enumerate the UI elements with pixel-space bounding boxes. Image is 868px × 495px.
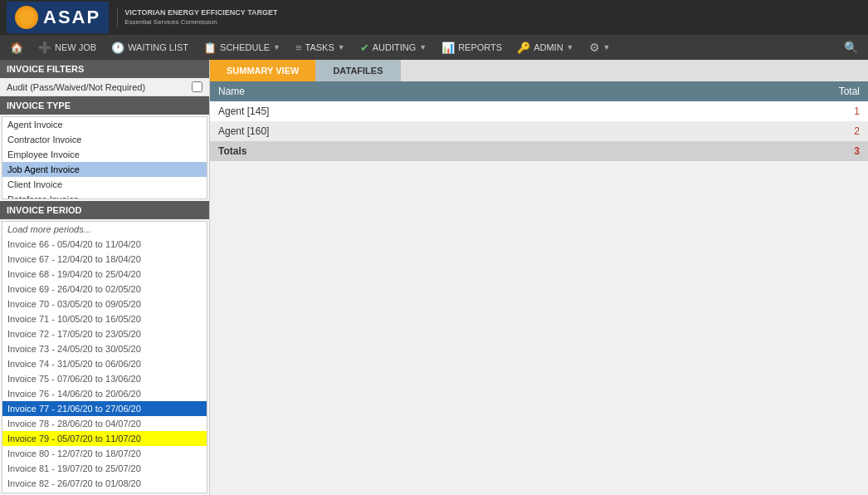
summary-table: Name Total Agent [145]1Agent [160]2Total… [210, 81, 868, 161]
data-table: Name Total Agent [145]1Agent [160]2Total… [210, 81, 868, 495]
schedule-icon: 📋 [203, 42, 217, 54]
invoice-type-item-dataforce[interactable]: Dataforce Invoice [2, 192, 207, 199]
nav-schedule[interactable]: 📋 SCHEDULE ▼ [197, 37, 287, 58]
period-item-inv83[interactable]: Invoice 83 - 02/08/20 to 08/08/20 [2, 491, 207, 493]
invoice-period-header: INVOICE PERIOD [0, 201, 209, 219]
table-row: Agent [160]2 [210, 121, 868, 141]
admin-icon: 🔑 [517, 42, 530, 54]
invoice-type-item-job-agent[interactable]: Job Agent Invoice [2, 162, 207, 177]
nav-auditing[interactable]: ✔ AUDITING ▼ [354, 37, 433, 58]
home-icon: 🏠 [10, 42, 23, 54]
invoice-type-item-client[interactable]: Client Invoice [2, 177, 207, 192]
auditing-icon: ✔ [360, 42, 369, 54]
nav-new-job[interactable]: ➕ NEW JOB [32, 37, 103, 58]
nav-tasks[interactable]: ≡ TASKS ▼ [289, 37, 352, 58]
period-item-inv80[interactable]: Invoice 80 - 12/07/20 to 18/07/20 [2, 446, 207, 461]
table-row: Totals3 [210, 141, 868, 161]
col-name-header: Name [210, 81, 632, 101]
period-item-inv70[interactable]: Invoice 70 - 03/05/20 to 09/05/20 [2, 297, 207, 311]
logo-area: ASAP [7, 2, 109, 33]
audit-filter-label: Audit (Pass/Waived/Not Required) [7, 82, 188, 92]
veet-logo: VICTORIAN ENERGY EFFICIENCY TARGET Essen… [117, 8, 277, 27]
admin-dropdown-arrow: ▼ [567, 43, 574, 51]
period-item-inv72[interactable]: Invoice 72 - 17/05/20 to 23/05/20 [2, 326, 207, 341]
row-total: 3 [632, 141, 868, 161]
invoice-filters-header: INVOICE FILTERS [0, 60, 209, 78]
nav-auditing-label: AUDITING [373, 42, 417, 52]
period-item-inv79[interactable]: Invoice 79 - 05/07/20 to 11/07/20 [2, 431, 207, 446]
asap-logo-icon [15, 6, 38, 29]
period-item-inv76[interactable]: Invoice 76 - 14/06/20 to 20/06/20 [2, 386, 207, 401]
tab-divider [401, 60, 869, 81]
period-item-inv67[interactable]: Invoice 67 - 12/04/20 to 18/04/20 [2, 252, 207, 267]
nav-admin[interactable]: 🔑 ADMIN ▼ [510, 37, 580, 58]
period-item-inv74[interactable]: Invoice 74 - 31/05/20 to 06/06/20 [2, 356, 207, 371]
tasks-icon: ≡ [295, 42, 302, 54]
period-item-inv75[interactable]: Invoice 75 - 07/06/20 to 13/06/20 [2, 371, 207, 386]
invoice-period-section: Load more periods...Invoice 66 - 05/04/2… [0, 219, 209, 495]
invoice-type-item-employee[interactable]: Employee Invoice [2, 147, 207, 162]
gear-icon: ⚙ [589, 41, 600, 54]
tab-datafiles[interactable]: DATAFILES [316, 60, 400, 81]
main-layout: INVOICE FILTERS Audit (Pass/Waived/Not R… [0, 60, 868, 495]
nav-tasks-label: TASKS [305, 42, 334, 52]
reports-icon: 📊 [441, 42, 455, 54]
audit-filter-checkbox[interactable] [192, 81, 202, 92]
period-item-inv69[interactable]: Invoice 69 - 26/04/20 to 02/05/20 [2, 282, 207, 297]
auditing-dropdown-arrow: ▼ [419, 43, 427, 51]
row-total: 1 [632, 101, 868, 121]
table-row: Agent [145]1 [210, 101, 868, 121]
schedule-dropdown-arrow: ▼ [273, 43, 280, 51]
period-item-load-more[interactable]: Load more periods... [2, 222, 207, 237]
period-item-inv81[interactable]: Invoice 81 - 19/07/20 to 25/07/20 [2, 461, 207, 476]
tab-bar: SUMMARY VIEW DATAFILES [210, 60, 868, 81]
veet-title: VICTORIAN ENERGY EFFICIENCY TARGET [124, 8, 277, 18]
period-item-inv71[interactable]: Invoice 71 - 10/05/20 to 16/05/20 [2, 311, 207, 326]
audit-filter-row: Audit (Pass/Waived/Not Required) [0, 78, 209, 96]
top-header: ASAP VICTORIAN ENERGY EFFICIENCY TARGET … [0, 0, 868, 35]
clock-icon: 🕐 [111, 42, 124, 54]
nav-bar: 🏠 ➕ NEW JOB 🕐 WAITING LIST 📋 SCHEDULE ▼ … [0, 35, 868, 60]
period-item-inv82[interactable]: Invoice 82 - 26/07/20 to 01/08/20 [2, 476, 207, 491]
nav-search[interactable]: 🔍 [837, 41, 865, 54]
veet-sub: Essential Services Commission [124, 18, 217, 27]
settings-dropdown-arrow: ▼ [603, 43, 611, 51]
period-item-inv78[interactable]: Invoice 78 - 28/06/20 to 04/07/20 [2, 416, 207, 431]
nav-reports[interactable]: 📊 REPORTS [435, 37, 509, 58]
nav-waiting-list[interactable]: 🕐 WAITING LIST [105, 37, 195, 58]
nav-home[interactable]: 🏠 [3, 37, 30, 58]
plus-icon: ➕ [38, 42, 51, 54]
nav-admin-label: ADMIN [534, 42, 563, 52]
invoice-type-item-agent[interactable]: Agent Invoice [2, 117, 207, 132]
asap-logo-text: ASAP [43, 7, 100, 28]
row-name: Agent [145] [210, 101, 632, 121]
invoice-type-list[interactable]: Agent InvoiceContractor InvoiceEmployee … [2, 116, 207, 199]
period-item-inv68[interactable]: Invoice 68 - 19/04/20 to 25/04/20 [2, 267, 207, 282]
period-item-inv73[interactable]: Invoice 73 - 24/05/20 to 30/05/20 [2, 341, 207, 356]
nav-new-job-label: NEW JOB [55, 42, 96, 52]
content-area: SUMMARY VIEW DATAFILES Name Total Agent … [210, 60, 868, 495]
tab-summary[interactable]: SUMMARY VIEW [210, 60, 316, 81]
nav-settings[interactable]: ⚙ ▼ [583, 37, 617, 58]
row-name: Totals [210, 141, 632, 161]
nav-schedule-label: SCHEDULE [220, 42, 270, 52]
period-item-inv77[interactable]: Invoice 77 - 21/06/20 to 27/06/20 [2, 401, 207, 416]
row-total: 2 [632, 121, 868, 141]
sidebar: INVOICE FILTERS Audit (Pass/Waived/Not R… [0, 60, 210, 495]
tasks-dropdown-arrow: ▼ [338, 43, 345, 51]
nav-waiting-list-label: WAITING LIST [128, 42, 188, 52]
nav-reports-label: REPORTS [458, 42, 502, 52]
row-name: Agent [160] [210, 121, 632, 141]
col-total-header: Total [632, 81, 868, 101]
invoice-type-item-contractor[interactable]: Contractor Invoice [2, 132, 207, 147]
invoice-type-header: INVOICE TYPE [0, 96, 209, 115]
invoice-period-list[interactable]: Load more periods...Invoice 66 - 05/04/2… [2, 221, 207, 493]
period-item-inv66[interactable]: Invoice 66 - 05/04/20 to 11/04/20 [2, 237, 207, 252]
